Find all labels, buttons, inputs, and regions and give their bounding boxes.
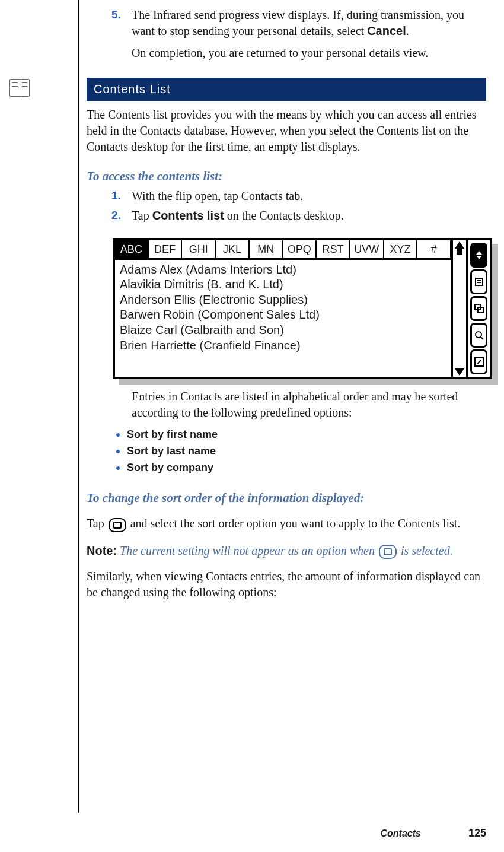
contents-list-label: Contents list bbox=[152, 209, 224, 222]
list-item[interactable]: Anderson Ellis (Electronic Supplies) bbox=[120, 293, 448, 308]
edit-button[interactable] bbox=[470, 349, 487, 374]
device-screenshot: ABC DEF GHI JKL MN OPQ RST UVW XYZ # Ada… bbox=[113, 238, 492, 379]
tab-xyz[interactable]: XYZ bbox=[384, 240, 418, 257]
section-heading: Contents List bbox=[87, 78, 486, 101]
svg-line-8 bbox=[481, 337, 483, 339]
sort-button[interactable] bbox=[470, 243, 487, 268]
svg-marker-1 bbox=[476, 256, 482, 259]
sort-order-text-b: and select the sort order option you wan… bbox=[127, 517, 461, 530]
address-book-icon bbox=[9, 79, 30, 97]
view-options-icon bbox=[379, 545, 397, 559]
step-1-number: 1. bbox=[111, 188, 126, 204]
note-text-a: The current setting will not appear as a… bbox=[120, 544, 378, 557]
tab-opq[interactable]: OPQ bbox=[283, 240, 317, 257]
note-label: Note: bbox=[87, 544, 117, 557]
tab-abc[interactable]: ABC bbox=[115, 240, 149, 257]
note-text-b: is selected. bbox=[398, 544, 453, 557]
page-footer: Contacts 125 bbox=[381, 826, 487, 840]
scroll-thumb[interactable] bbox=[457, 249, 462, 255]
step-1: 1. With the flip open, tap Contacts tab. bbox=[111, 188, 486, 204]
bullet-sort-last: Sort by last name bbox=[116, 443, 486, 460]
bullet-icon bbox=[116, 450, 120, 453]
list-item[interactable]: Brien Harriette (Cranfield Finance) bbox=[120, 338, 448, 354]
list-item[interactable]: Barwen Robin (Component Sales Ltd) bbox=[120, 307, 448, 323]
bullet-icon bbox=[116, 466, 120, 470]
list-item[interactable]: Alavikia Dimitris (B. and K. Ltd) bbox=[120, 277, 448, 293]
note: Note: The current setting will not appea… bbox=[87, 543, 486, 559]
search-button[interactable] bbox=[470, 323, 487, 348]
svg-line-10 bbox=[477, 360, 481, 364]
subheading-sort-order: To change the sort order of the informat… bbox=[87, 489, 486, 506]
tab-mn[interactable]: MN bbox=[250, 240, 283, 257]
tab-ghi[interactable]: GHI bbox=[182, 240, 216, 257]
step-2-number: 2. bbox=[111, 208, 126, 224]
tab-jkl[interactable]: JKL bbox=[216, 240, 250, 257]
cancel-label: Cancel bbox=[367, 24, 406, 37]
footer-section: Contacts bbox=[381, 827, 421, 840]
step-5-text-a: The Infrared send progress view displays… bbox=[132, 8, 464, 37]
bullet-label: Sort by company bbox=[127, 460, 213, 476]
intro-paragraph: The Contents list provides you with the … bbox=[87, 107, 486, 155]
tab-uvw[interactable]: UVW bbox=[350, 240, 384, 257]
svg-point-7 bbox=[476, 332, 481, 338]
bullet-label: Sort by first name bbox=[127, 427, 218, 443]
step-2: 2. Tap Contents list on the Contacts des… bbox=[111, 208, 486, 224]
tab-hash[interactable]: # bbox=[417, 240, 451, 257]
bullet-sort-company: Sort by company bbox=[116, 460, 486, 476]
view-options-icon bbox=[109, 518, 126, 532]
scrollbar[interactable] bbox=[451, 240, 466, 377]
vertical-rule bbox=[78, 0, 79, 813]
alpha-tabs: ABC DEF GHI JKL MN OPQ RST UVW XYZ # bbox=[115, 240, 451, 259]
step-5-text: The Infrared send progress view displays… bbox=[132, 7, 486, 39]
list-item[interactable]: Blaize Carl (Galbraith and Son) bbox=[120, 323, 448, 338]
step-2-text-a: Tap bbox=[132, 209, 152, 222]
sort-options-list: Sort by first name Sort by last name Sor… bbox=[116, 427, 486, 476]
tab-rst[interactable]: RST bbox=[317, 240, 350, 257]
after-screen-paragraph: Entries in Contacts are listed in alphab… bbox=[132, 389, 486, 421]
card-view-button[interactable] bbox=[470, 296, 487, 321]
bullet-icon bbox=[116, 433, 120, 437]
scroll-up-icon[interactable] bbox=[455, 241, 464, 249]
step-2-text: Tap Contents list on the Contacts deskto… bbox=[132, 208, 486, 224]
step-5: 5. The Infrared send progress view displ… bbox=[111, 7, 486, 39]
subheading-access: To access the contents list: bbox=[87, 168, 486, 185]
bullet-sort-first: Sort by first name bbox=[116, 427, 486, 443]
bullet-label: Sort by last name bbox=[127, 443, 216, 460]
scroll-down-icon[interactable] bbox=[455, 368, 464, 376]
sort-order-paragraph: Tap and select the sort order option you… bbox=[87, 516, 486, 532]
step-1-text: With the flip open, tap Contacts tab. bbox=[132, 188, 486, 204]
step-5-text-b: . bbox=[406, 24, 409, 37]
footer-page-number: 125 bbox=[468, 826, 486, 840]
sort-order-text-a: Tap bbox=[87, 517, 107, 530]
tab-def[interactable]: DEF bbox=[149, 240, 183, 257]
list-view-button[interactable] bbox=[470, 269, 487, 294]
svg-marker-0 bbox=[476, 251, 482, 255]
list-item[interactable]: Adams Alex (Adams Interiors Ltd) bbox=[120, 262, 448, 278]
tail-paragraph: Similarly, when viewing Contacts entries… bbox=[87, 568, 486, 600]
toolbar bbox=[466, 240, 490, 377]
contacts-list: Adams Alex (Adams Interiors Ltd) Alaviki… bbox=[115, 260, 451, 357]
step-5-followup: On completion, you are returned to your … bbox=[132, 45, 486, 61]
step-5-number: 5. bbox=[111, 7, 126, 39]
step-2-text-b: on the Contacts desktop. bbox=[224, 209, 344, 222]
